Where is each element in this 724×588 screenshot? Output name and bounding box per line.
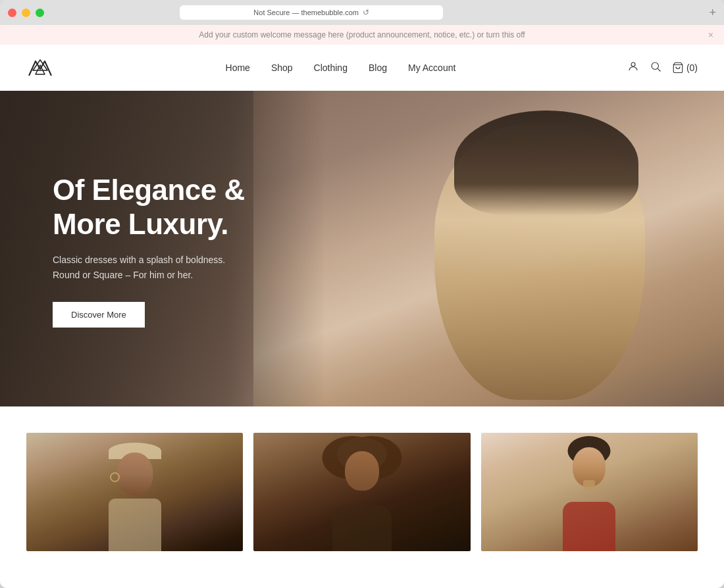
user-icon[interactable] [627,61,639,75]
reload-icon[interactable]: ↺ [363,8,369,17]
browser-titlebar: Not Secure — themebubble.com ↺ + [0,0,724,25]
product-card-2[interactable] [253,433,470,551]
product-cards-section [0,406,724,551]
notice-text: Add your custom welcome message here (pr… [199,30,525,39]
nav-home[interactable]: Home [226,62,250,73]
minimize-button[interactable] [22,9,30,17]
website-content: Add your custom welcome message here (pr… [0,25,724,588]
address-text: Not Secure — themebubble.com [253,9,359,16]
hero-section: Of Elegance & More Luxury. Classic dress… [0,91,724,406]
product-card-3[interactable] [481,433,698,551]
browser-frame: Not Secure — themebubble.com ↺ + Add you… [0,0,724,588]
nav-my-account[interactable]: My Account [408,62,455,73]
hero-subtitle: Classic dresses with a splash of boldnes… [53,253,245,282]
site-header: Home Shop Clothing Blog My Account [0,45,724,91]
hero-hair-shape [454,110,638,216]
svg-point-3 [652,62,659,70]
search-icon[interactable] [650,61,661,75]
discover-more-button[interactable]: Discover More [53,302,145,328]
new-tab-button[interactable]: + [709,7,716,18]
maximize-button[interactable] [36,9,44,17]
nav-shop[interactable]: Shop [271,62,293,73]
svg-point-2 [631,62,635,66]
site-logo[interactable] [26,57,54,78]
logo-svg [26,57,54,78]
cart-button[interactable]: (0) [672,62,698,74]
cart-count: (0) [686,62,698,73]
notice-bar: Add your custom welcome message here (pr… [0,25,724,45]
nav-blog[interactable]: Blog [369,62,387,73]
address-bar[interactable]: Not Secure — themebubble.com ↺ [180,5,443,20]
svg-line-4 [658,68,660,71]
hero-content: Of Elegance & More Luxury. Classic dress… [53,173,245,328]
nav-clothing[interactable]: Clothing [314,62,348,73]
hero-title: Of Elegance & More Luxury. [53,173,245,243]
product-card-1[interactable] [26,433,243,551]
close-button[interactable] [8,9,16,17]
notice-close-button[interactable]: × [708,30,713,40]
main-nav: Home Shop Clothing Blog My Account [226,62,456,73]
nav-icons: (0) [627,61,698,75]
svg-marker-1 [36,65,45,74]
